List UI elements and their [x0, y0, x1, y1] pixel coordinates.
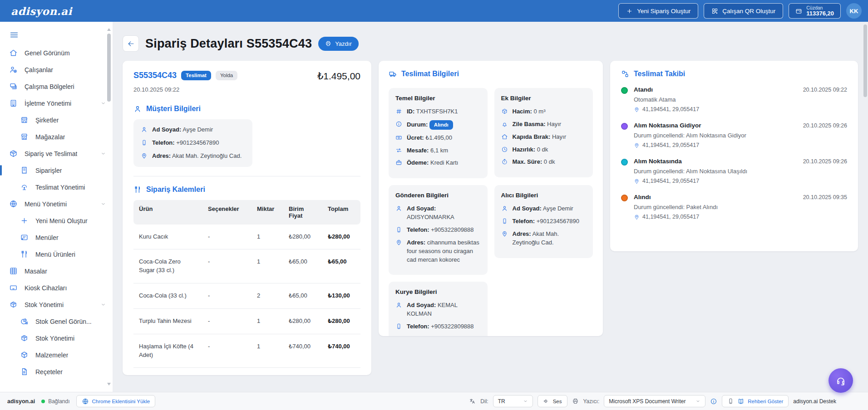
sidebar-item-stok-genel-görün[interactable]: Stok Genel Görün... — [0, 313, 113, 330]
field-row: Mesafe: 6,1 km — [395, 146, 481, 155]
sidebar-item-teslimat-yönetimi[interactable]: Teslimat Yönetimi — [0, 179, 113, 195]
status-bar: adisyon.ai Bağlandı Chrome Eklentisini Y… — [0, 392, 868, 410]
order-detail-card: S55354C43 Teslimat Yolda ₺1.495,00 20.10… — [123, 61, 371, 375]
sidebar-item-mağazalar[interactable]: Mağazalar — [0, 128, 113, 145]
sidebar-item-label: Yeni Menü Oluştur — [35, 217, 88, 225]
sidebar-item-label: Menüler — [35, 234, 59, 241]
sidebar-item-menüler[interactable]: Menüler — [0, 229, 113, 246]
cube-icon — [20, 351, 29, 359]
employee-qr-button[interactable]: Çalışan QR Oluştur — [704, 3, 783, 19]
sidebar-item-yeni-menü-oluştur[interactable]: Yeni Menü Oluştur — [0, 212, 113, 229]
chevron-down-icon — [100, 302, 106, 308]
sidebar-item-reçeteler[interactable]: Reçeteler — [0, 363, 113, 380]
storefront-icon — [20, 116, 29, 124]
sound-button[interactable]: Ses — [538, 395, 567, 407]
table-header-toplam: Toplam — [322, 200, 360, 225]
sidebar-item-menü-ürünleri[interactable]: Menü Ürünleri — [0, 246, 113, 263]
sidebar-item-stok-yönetimi[interactable]: Stok Yönetimi — [0, 330, 113, 347]
language-select[interactable]: TR — [493, 395, 533, 407]
chevron-down-icon — [100, 151, 106, 156]
phone-icon — [141, 139, 148, 146]
new-order-button[interactable]: Yeni Sipariş Oluştur — [618, 3, 698, 19]
field-row: Ad Soyad: Ayşe Demir — [141, 126, 245, 134]
printer-select[interactable]: Microsoft XPS Document Writer — [604, 395, 705, 407]
person-icon — [395, 205, 402, 212]
tracking-event: Alım Noktasında20.10.2025 09:26Durum gün… — [621, 158, 847, 184]
window-scrollbar-thumb[interactable] — [863, 24, 867, 97]
sidebar-item-label: Masalar — [25, 268, 47, 275]
app-logo: adisyon.ai — [11, 5, 72, 17]
wallet-label: Cüzdan — [806, 5, 823, 10]
sidebar-item-i-şletme-yönetimi[interactable]: İşletme Yönetimi — [0, 95, 113, 112]
receipt-icon — [20, 166, 29, 175]
sidebar-item-siparişler[interactable]: Siparişler — [0, 162, 113, 179]
cell-product: Kuru Cacık — [133, 225, 202, 249]
cell-total: ₺280,00 — [322, 308, 360, 334]
person-icon — [141, 126, 148, 133]
sidebar-item-kiosk-cihazları[interactable]: Kiosk Cihazları — [0, 279, 113, 296]
shop-icon — [20, 132, 29, 141]
cell-options: - — [202, 334, 252, 368]
sidebar-item-şirketler[interactable]: Şirketler — [0, 112, 113, 128]
pin-icon — [501, 230, 508, 237]
order-items-table: ÜrünSeçeneklerMiktarBirim FiyatToplam Ku… — [133, 200, 360, 368]
field-row: Durum: Alındı — [395, 120, 481, 130]
status-badge: Alındı — [429, 120, 453, 130]
hamburger-menu-icon[interactable] — [9, 30, 19, 40]
sidebar-item-stok-yönetimi[interactable]: Stok Yönetimi — [0, 296, 113, 313]
field-row: Zile Basma: Hayır — [501, 120, 587, 129]
package-icon — [9, 149, 18, 158]
cell-total: ₺280,00 — [322, 225, 360, 249]
printer-label: Yazıcı: — [583, 398, 600, 405]
cell-qty: 1 — [252, 334, 283, 368]
sidebar-item-genel-görünüm[interactable]: Genel Görünüm — [0, 44, 113, 61]
sidebar-item-label: Menü Ürünleri — [35, 251, 75, 258]
print-button[interactable]: Yazdır — [318, 37, 359, 51]
table-header-seçenekler: Seçenekler — [202, 200, 252, 225]
tracking-event: Alım Noktasına Gidiyor20.10.2025 09:26Du… — [621, 122, 847, 148]
avatar[interactable]: KK — [846, 3, 862, 19]
event-subtitle: Durum güncellendi: Paket Alındı — [634, 204, 847, 210]
support-chat-button[interactable] — [829, 368, 853, 393]
sidebar-item-sipariş-ve-teslimat[interactable]: Sipariş ve Teslimat — [0, 145, 113, 162]
kiosk-icon — [9, 283, 18, 292]
language-label: Dil: — [480, 398, 488, 405]
field-row: Ad Soyad: Ayşe Demir — [501, 205, 587, 213]
wallet-button[interactable]: Cüzdan 113376,20 — [789, 3, 841, 19]
phone-icon — [501, 218, 508, 225]
order-items-section-title: Sipariş Kalemleri — [133, 185, 360, 194]
scroll-up-arrow-icon[interactable] — [107, 28, 111, 31]
scroll-down-arrow-icon[interactable] — [107, 383, 111, 386]
table-row: Coca-Cola (33 cl.)-2₺65,00₺130,00 — [133, 283, 360, 309]
sidebar-item-çalışanlar[interactable]: Çalışanlar — [0, 61, 113, 78]
event-subtitle: Otomatik Atama — [634, 96, 847, 103]
page-title: Sipariş Detayları S55354C43 — [145, 37, 312, 51]
cell-qty: 2 — [252, 283, 283, 309]
delivery-box-title: Temel Bilgiler — [395, 95, 481, 102]
delivery-info-card: Teslimat Bilgileri Temel BilgilerID: TXH… — [379, 61, 603, 336]
sidebar-item-menü-yönetimi[interactable]: Menü Yönetimi — [0, 195, 113, 212]
chrome-extension-button[interactable]: Chrome Eklentisini Yükle — [76, 395, 156, 407]
person-icon — [501, 205, 508, 212]
event-subtitle: Durum güncellendi: Alım Noktasına Gidiyo… — [634, 132, 847, 139]
document-icon — [20, 367, 29, 376]
cell-unit-price: ₺280,00 — [283, 308, 322, 334]
event-title: Alındı — [634, 194, 651, 200]
sidebar-item-malzemeler[interactable]: Malzemeler — [0, 347, 113, 363]
sidebar-item-masalar[interactable]: Masalar — [0, 263, 113, 279]
clock-icon — [501, 146, 508, 153]
building-icon — [9, 99, 18, 107]
customer-section-title: Müşteri Bilgileri — [133, 105, 360, 113]
tracking-section-title: Teslimat Takibi — [621, 70, 847, 78]
wallet-icon — [395, 159, 402, 166]
window-scrollbar[interactable] — [863, 23, 868, 391]
back-button[interactable] — [123, 35, 139, 52]
sidebar-scrollbar-thumb[interactable] — [107, 34, 111, 102]
table-row: Turplu Tahin Mezesi-1₺280,00₺280,00 — [133, 308, 360, 334]
cutlery-icon — [133, 185, 142, 194]
sidebar-scrollbar[interactable] — [107, 28, 111, 386]
show-guide-button[interactable]: Rehberi Göster — [722, 395, 789, 407]
sidebar-item-çalışma-bölgeleri[interactable]: Çalışma Bölgeleri — [0, 78, 113, 95]
info-icon[interactable] — [710, 398, 717, 405]
field-row: Ad Soyad: ADISYONMARKA — [395, 205, 481, 222]
